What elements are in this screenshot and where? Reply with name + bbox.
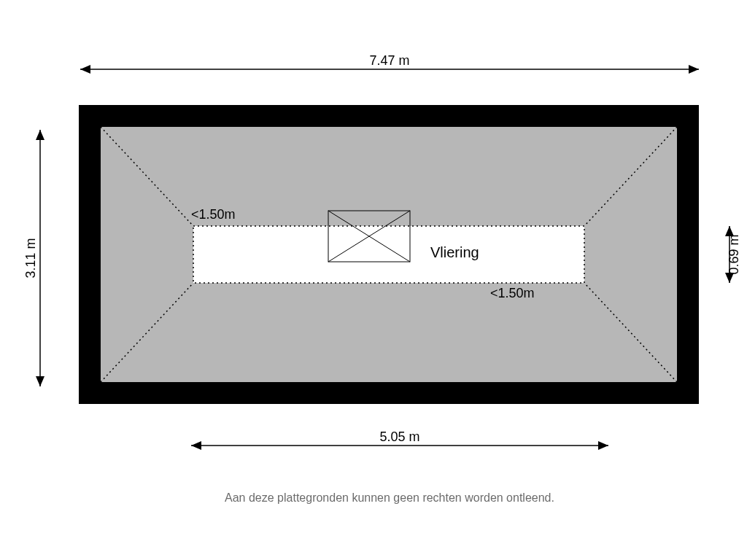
svg-marker-1 <box>80 65 90 74</box>
svg-marker-17 <box>191 441 201 450</box>
dimension-top-label: 7.47 m <box>369 53 409 68</box>
dimension-bottom-label: 5.05 m <box>379 429 419 444</box>
dimension-left: 3.11 m <box>23 130 44 386</box>
dimension-bottom: 5.05 m <box>191 429 608 450</box>
svg-marker-18 <box>598 441 608 450</box>
dimension-right: 0.69 m <box>725 226 741 283</box>
dimension-top: 7.47 m <box>80 53 699 74</box>
svg-marker-4 <box>36 130 44 140</box>
headroom-top-label: <1.50m <box>191 207 236 222</box>
dimension-left-label: 3.11 m <box>23 238 38 278</box>
room-name-label: Vliering <box>430 244 479 260</box>
ridge-floor <box>193 226 584 283</box>
floorplan-diagram: 7.47 m 3.11 m 0.69 m <1.50m Vliering <box>0 0 747 560</box>
headroom-bottom-label: <1.50m <box>490 286 535 300</box>
dimension-right-label: 0.69 m <box>727 234 741 274</box>
svg-marker-2 <box>689 65 699 74</box>
footer-disclaimer: Aan deze plattegronden kunnen geen recht… <box>225 491 554 504</box>
svg-marker-5 <box>36 376 44 386</box>
